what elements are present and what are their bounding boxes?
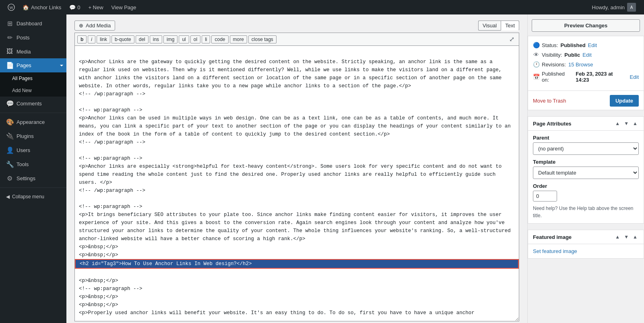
- move-to-trash-link[interactable]: Move to Trash: [533, 98, 566, 104]
- collapse-label: Collapse menu: [12, 194, 44, 200]
- featured-image-panel: Featured image ▲ ▼ ▲ Set featured image: [528, 230, 644, 259]
- howdy-section[interactable]: Howdy, admin A: [588, 3, 640, 12]
- format-btn-more[interactable]: more: [230, 35, 247, 43]
- featured-collapse-down[interactable]: ▼: [623, 233, 630, 241]
- template-select[interactable]: Default template: [533, 167, 639, 179]
- panel-toggle[interactable]: ▲: [632, 120, 639, 127]
- parent-select[interactable]: (no parent): [533, 142, 639, 155]
- admin-bar: W 🏠 Anchor Links 💬 0 + New View Page How…: [0, 0, 644, 14]
- revisions-row: 🕐 Revisions: 15 Browse: [533, 60, 639, 69]
- sidebar-item-all-pages[interactable]: All Pages: [0, 72, 66, 84]
- sidebar-item-tools[interactable]: 🔧 Tools: [0, 157, 66, 171]
- view-page-item[interactable]: View Page: [107, 0, 140, 14]
- text-editor[interactable]: <p>Anchor Links are the gateway to quick…: [74, 45, 519, 321]
- content-wrap: ⊕ Add Media Visual Text b i: [66, 14, 644, 323]
- format-btn-close-tags[interactable]: close tags: [248, 35, 277, 43]
- featured-toggle[interactable]: ▲: [632, 233, 639, 241]
- new-item[interactable]: + New: [84, 0, 107, 14]
- sidebar-item-plugins[interactable]: 🔌 Plugins: [0, 129, 66, 143]
- sidebar-item-label: Appearance: [17, 119, 45, 125]
- featured-image-content: Set featured image: [528, 244, 644, 258]
- parent-label: Parent: [533, 135, 639, 141]
- panel-collapse-down[interactable]: ▼: [623, 120, 630, 127]
- published-on-label: Published on:: [542, 71, 573, 83]
- published-on-edit-link[interactable]: Edit: [630, 74, 639, 80]
- svg-text:W: W: [10, 6, 13, 10]
- sidebar-item-label: Settings: [17, 175, 35, 181]
- tab-text[interactable]: Text: [501, 21, 519, 31]
- add-media-label: Add Media: [86, 23, 111, 29]
- status-row: 🔵 Status: Published Edit: [533, 40, 639, 50]
- howdy-text: Howdy, admin: [592, 4, 625, 10]
- add-new-label: Add New: [12, 88, 32, 93]
- status-edit-link[interactable]: Edit: [588, 42, 597, 48]
- wp-logo[interactable]: W: [4, 0, 19, 14]
- sidebar-item-pages[interactable]: 📄 Pages: [0, 58, 66, 72]
- settings-icon: ⚙: [6, 175, 13, 182]
- preview-changes-button[interactable]: Preview Changes: [532, 19, 640, 32]
- featured-collapse-up[interactable]: ▲: [614, 233, 621, 241]
- format-btn-i[interactable]: i: [88, 35, 95, 43]
- update-label: Update: [615, 98, 633, 104]
- add-media-icon: ⊕: [79, 23, 83, 29]
- comment-bubble-icon: 💬: [69, 4, 76, 10]
- published-on-row: 📅 Published on: Feb 23, 2023 at 14:23 Ed…: [533, 69, 639, 84]
- sidebar-item-media[interactable]: 🖼 Media: [0, 45, 66, 58]
- site-name-item[interactable]: 🏠 Anchor Links: [19, 0, 65, 14]
- order-input[interactable]: [533, 191, 557, 202]
- set-featured-image-link[interactable]: Set featured image: [533, 248, 577, 254]
- text-tab-label: Text: [505, 23, 515, 29]
- status-value: Published: [560, 42, 585, 48]
- format-btn-ol[interactable]: ol: [190, 35, 200, 43]
- page-attributes-panel: Page Attributes ▲ ▼ ▲ Parent (no parent)…: [528, 116, 644, 224]
- sidebar-item-dashboard[interactable]: ⊞ Dashboard: [0, 16, 66, 31]
- revisions-browse-link[interactable]: 15 Browse: [568, 62, 593, 68]
- comments-count: 0: [77, 4, 80, 10]
- comments-icon: 💬: [6, 100, 13, 107]
- sidebar-item-comments[interactable]: 💬 Comments: [0, 97, 66, 111]
- visibility-icon: 👁: [533, 51, 539, 58]
- format-btn-link[interactable]: link: [97, 35, 110, 43]
- dashboard-icon: ⊞: [6, 20, 13, 27]
- tab-visual[interactable]: Visual: [478, 21, 501, 31]
- adminbar-right: Howdy, admin A: [588, 3, 640, 12]
- format-btn-b[interactable]: b: [77, 35, 87, 43]
- format-btn-del[interactable]: del: [136, 35, 149, 43]
- pages-submenu: All Pages Add New: [0, 72, 66, 97]
- sidebar-item-label: Tools: [17, 161, 29, 167]
- sidebar-item-label: Users: [17, 147, 30, 153]
- publish-actions: Move to Trash Update: [528, 91, 644, 110]
- comments-item[interactable]: 💬 0: [65, 0, 84, 14]
- format-btn-ins[interactable]: ins: [150, 35, 162, 43]
- sidebar-item-appearance[interactable]: 🎨 Appearance: [0, 115, 66, 129]
- update-button[interactable]: Update: [610, 95, 639, 107]
- format-btn-ul[interactable]: ul: [179, 35, 189, 43]
- format-btn-img[interactable]: img: [163, 35, 178, 43]
- revisions-count: 15: [568, 62, 574, 68]
- format-btn-code[interactable]: code: [211, 35, 228, 43]
- page-attributes-header[interactable]: Page Attributes ▲ ▼ ▲: [528, 117, 644, 131]
- view-page-label: View Page: [111, 4, 136, 10]
- editor-area: ⊕ Add Media Visual Text b i: [66, 14, 527, 323]
- sidebar-item-posts[interactable]: ✏ Posts: [0, 31, 66, 45]
- sidebar-item-label: Comments: [17, 101, 42, 107]
- panel-collapse-up[interactable]: ▲: [614, 120, 621, 127]
- sidebar-item-users[interactable]: 👤 Users: [0, 143, 66, 157]
- featured-image-title: Featured image: [533, 234, 572, 240]
- status-label: Status:: [542, 42, 558, 48]
- sidebar-item-settings[interactable]: ⚙ Settings: [0, 171, 66, 185]
- sidebar-item-add-new[interactable]: Add New: [0, 84, 66, 97]
- sidebar-item-label: Pages: [17, 62, 31, 68]
- media-icon: 🖼: [6, 48, 13, 55]
- sidebar-item-label: Media: [17, 49, 31, 55]
- collapse-arrow-icon: ◀: [6, 194, 10, 200]
- collapse-menu-item[interactable]: ◀ Collapse menu: [0, 190, 66, 204]
- featured-image-header[interactable]: Featured image ▲ ▼ ▲: [528, 230, 644, 244]
- add-media-button[interactable]: ⊕ Add Media: [74, 21, 115, 31]
- format-btn-bquote[interactable]: b-quote: [111, 35, 134, 43]
- format-btn-li[interactable]: li: [202, 35, 210, 43]
- page-attributes-title: Page Attributes: [533, 121, 572, 127]
- expand-editor-button[interactable]: ⤢: [507, 35, 516, 44]
- visibility-edit-link[interactable]: Edit: [582, 52, 591, 58]
- preview-changes-label: Preview Changes: [564, 23, 608, 29]
